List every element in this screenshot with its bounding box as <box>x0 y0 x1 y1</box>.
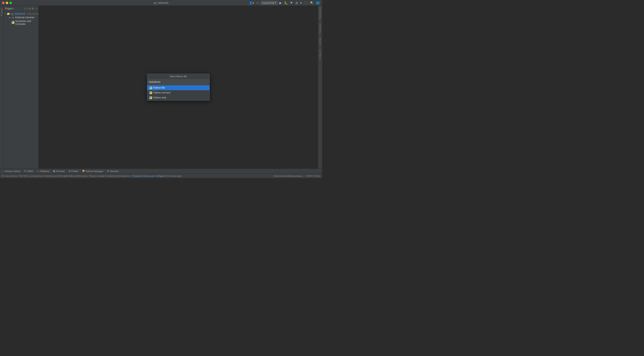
tree-arrow-root: ▾ <box>5 13 6 15</box>
python-unit-test-icon <box>149 91 152 94</box>
tab-version-control[interactable]: ⑂ Version Control <box>1 170 22 173</box>
status-bar: ⚠ Low memory: The IDE is running low on … <box>0 173 322 178</box>
tree-path-root: ~/Documents/py/py_helloword <box>26 13 38 15</box>
profiler-icon: ◔ <box>68 170 70 172</box>
libs-icon: ⫾⫾ <box>12 16 14 19</box>
todo-icon: ☑ <box>24 170 26 172</box>
run-icon[interactable]: ▶ <box>278 1 282 5</box>
search-icon[interactable]: 🔍 <box>309 1 314 5</box>
project-header: Project ▾ ⤢ ≡ ⊟ ⚙ — <box>4 6 38 11</box>
tab-services[interactable]: ⚙ Services <box>105 169 120 173</box>
version-control-icon: ⑂ <box>2 170 4 172</box>
scratches-icon <box>12 21 14 24</box>
tab-todo[interactable]: ☑ TODO <box>22 169 35 173</box>
main-layout: Project Project ▾ ⤢ ≡ ⊟ ⚙ — ▾ 📁 py_hello… <box>0 6 322 169</box>
filter-icon[interactable]: ⊟ <box>29 7 31 10</box>
project-tree: ▾ 📁 py_helloword ~/Documents/py/py_hello… <box>4 11 38 169</box>
account-icon[interactable]: 👤▾ <box>248 1 255 5</box>
popup-item-python-file-label: Python file <box>153 86 165 89</box>
notifications-panel-label[interactable]: Notifications <box>319 6 321 19</box>
python-file-icon <box>149 86 152 89</box>
python-stub-icon <box>149 96 152 99</box>
current-file-dropdown-icon: ▾ <box>275 1 276 4</box>
tree-label-ext: External Libraries <box>15 16 34 19</box>
tree-item-scratches[interactable]: Scratches and Consoles <box>4 19 38 26</box>
vcs-icon[interactable]: ✓ <box>256 1 260 5</box>
update-icon[interactable]: 🌐 <box>315 1 320 5</box>
status-warning-text: Low memory: The IDE is running low on me… <box>4 175 131 177</box>
tree-item-ext-libs[interactable]: ▶ ⫾⫾ External Libraries <box>4 16 38 19</box>
bottom-tabs: ⑂ Version Control ☑ TODO ⚠ Problems ▣ Te… <box>0 169 322 173</box>
folder-icon-root: 📁 <box>7 12 10 15</box>
popup-list: Python file Python unit test Python stub <box>147 85 210 100</box>
project-header-arrow[interactable]: ▾ <box>13 7 14 10</box>
project-header-icons: ⤢ ≡ ⊟ ⚙ — <box>24 7 37 10</box>
project-panel: Project ▾ ⤢ ≡ ⊟ ⚙ — ▾ 📁 py_helloword ~/D… <box>4 6 39 169</box>
tab-python-packages[interactable]: 📦 Python Packages <box>80 169 105 173</box>
popup-item-python-stub-label: Python stub <box>153 96 166 99</box>
close-button[interactable] <box>2 2 4 4</box>
right-side-panel: Notifications Database SciView Endpoints <box>318 6 322 169</box>
status-warning-icon: ⚠ <box>2 175 4 177</box>
window-controls <box>2 2 12 4</box>
title-bar: py_helloword 👤▾ ✓ Current File ▾ ▶ 🐛 ⚑ ◔… <box>0 0 322 6</box>
tab-version-control-label: Version Control <box>5 170 20 172</box>
minimize-button[interactable] <box>6 2 8 4</box>
project-header-title: Project <box>5 7 12 10</box>
tab-profiler[interactable]: ◔ Profiler <box>67 169 80 173</box>
tree-label-root: py_helloword <box>11 12 25 15</box>
sort-icon[interactable]: ≡ <box>26 7 28 10</box>
window-title: py_helloword <box>154 1 168 4</box>
git-branch[interactable]: CSON O7:41e <box>306 175 320 177</box>
coverage-icon[interactable]: ⚑ <box>289 1 294 5</box>
left-strip: Project <box>0 6 4 169</box>
title-bar-right: 👤▾ ✓ Current File ▾ ▶ 🐛 ⚑ ◔ ▾ ⬛ 🔍 🌐 <box>248 1 320 5</box>
tab-problems[interactable]: ⚠ Problems <box>36 169 51 173</box>
status-bar-right: Scanning installed packages... CSON O7:4… <box>274 175 320 177</box>
tab-problems-label: Problems <box>40 170 50 172</box>
tree-label-scratches: Scratches and Consoles <box>15 20 37 25</box>
tab-terminal[interactable]: ▣ Terminal <box>52 169 66 173</box>
tab-terminal-label: Terminal <box>56 170 64 172</box>
tab-profiler-label: Profiler <box>71 170 78 172</box>
content-area: Search Everywhere Double ⇧ Go to File ⇧⌘… <box>39 6 318 169</box>
scanning-text: Scanning installed packages... <box>274 175 304 177</box>
debug-icon[interactable]: 🐛 <box>283 1 288 5</box>
project-tab-label[interactable]: Project <box>0 8 3 16</box>
collapse-all-icon[interactable]: ⤢ <box>24 7 26 10</box>
status-time: (3 minutes ago) <box>166 175 182 177</box>
profile-icon[interactable]: ◔ <box>294 1 298 5</box>
analyze-memory-link[interactable]: // Analyze memory use <box>132 175 154 177</box>
endpoints-panel-label[interactable]: Endpoints <box>319 49 321 59</box>
services-icon: ⚙ <box>107 170 109 172</box>
settings-icon[interactable]: ⚙ <box>32 7 34 10</box>
sciview-panel-label[interactable]: SciView <box>319 37 321 45</box>
tab-python-packages-label: Python Packages <box>86 170 104 172</box>
tree-arrow-ext: ▶ <box>9 16 11 18</box>
close-panel-icon[interactable]: — <box>35 7 37 10</box>
popup-title: New Python file <box>147 74 210 79</box>
current-file-label: Current File <box>262 2 274 4</box>
popup-input[interactable] <box>147 79 210 85</box>
popup-item-python-unit-test[interactable]: Python unit test <box>147 90 210 95</box>
popup-item-python-unit-test-label: Python unit test <box>153 91 170 94</box>
run-options-icon[interactable]: ▾ <box>299 1 302 5</box>
tab-services-label: Services <box>110 170 118 172</box>
python-packages-icon: 📦 <box>82 170 85 172</box>
new-python-file-popup: New Python file Python file Python unit … <box>147 74 210 101</box>
configure-link[interactable]: Configure <box>155 175 165 177</box>
current-file-button[interactable]: Current File ▾ <box>260 1 278 5</box>
terminal-icon: ▣ <box>53 170 55 172</box>
problems-icon: ⚠ <box>37 170 39 172</box>
tree-item-root[interactable]: ▾ 📁 py_helloword ~/Documents/py/py_hello… <box>4 12 38 16</box>
stop-icon[interactable]: ⬛ <box>303 1 308 5</box>
popup-item-python-file[interactable]: Python file <box>147 85 210 90</box>
tab-todo-label: TODO <box>27 170 33 172</box>
database-panel-label[interactable]: Database <box>319 23 321 33</box>
maximize-button[interactable] <box>10 2 12 4</box>
popup-item-python-stub[interactable]: Python stub <box>147 95 210 100</box>
